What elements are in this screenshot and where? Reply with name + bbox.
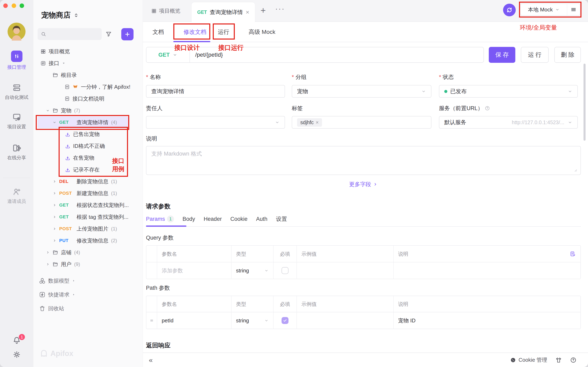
help-icon[interactable] (570, 357, 577, 363)
save-button[interactable]: 保 存 (489, 47, 515, 63)
col-required: 必填 (274, 246, 297, 262)
chevron-right-icon[interactable] (52, 239, 57, 243)
more-fields-link[interactable]: 更多字段 (143, 181, 584, 188)
type-select[interactable]: string (236, 317, 269, 324)
environment-dropdown[interactable]: 本地 Mock (521, 4, 567, 15)
add-param-input[interactable] (162, 267, 227, 274)
tab-get-pet-detail[interactable]: GET 查询宠物详情 × (191, 2, 255, 22)
status-select[interactable]: 已发布 (439, 85, 578, 98)
rail-item-api-management[interactable]: 接口管理 (0, 50, 33, 70)
rail-item-invite-members[interactable]: 邀请成员 (0, 187, 33, 205)
folder-icon (52, 108, 58, 113)
run-button[interactable]: 运 行 (521, 47, 549, 63)
remove-tag-icon[interactable]: × (316, 119, 319, 125)
scrollbar[interactable] (584, 64, 586, 141)
window-close-button[interactable] (3, 3, 8, 8)
invite-members-icon (12, 187, 21, 196)
sidebar-doc-notes[interactable]: 接口文档说明 (33, 93, 143, 105)
status-label: 状态 (439, 73, 454, 81)
close-icon[interactable]: × (246, 9, 249, 15)
rail-item-online-share[interactable]: 在线分享 (0, 143, 33, 161)
tags-field[interactable]: sdjhfc × (292, 116, 432, 129)
rail-item-project-settings[interactable]: 项目设置 (0, 113, 33, 130)
sidebar-item-quick-request[interactable]: 快捷请求 (33, 288, 143, 301)
rail-divider (3, 178, 30, 178)
help-icon[interactable] (485, 106, 490, 111)
project-switcher[interactable]: 宠物商店 (41, 10, 79, 20)
sidebar-item-trash[interactable]: 回收站 (33, 301, 143, 315)
sidebar-api-upload-image[interactable]: POST 上传宠物图片 (1) (33, 223, 143, 235)
chevron-right-icon[interactable] (46, 250, 50, 254)
name-field[interactable]: 查询宠物详情 (146, 85, 285, 98)
rail-item-automated-testing[interactable]: 自动化测试 (0, 83, 33, 100)
cookie-manager-button[interactable]: Cookie 管理 (510, 356, 547, 364)
tab-params[interactable]: Params 1 (146, 216, 174, 222)
required-checkbox[interactable] (282, 267, 288, 274)
filter-icon[interactable] (105, 31, 112, 38)
delete-button[interactable]: 删 除 (554, 47, 581, 63)
bulk-edit-icon[interactable] (570, 251, 576, 257)
chevron-right-icon[interactable] (46, 262, 50, 266)
rail-item-label: 邀请成员 (7, 198, 26, 205)
param-name[interactable]: petId (157, 312, 232, 329)
tab-project-overview[interactable]: 项目概览 (149, 0, 182, 22)
environment-menu-icon[interactable] (567, 4, 580, 15)
search-box[interactable] (38, 28, 102, 40)
service-select[interactable]: 默认服务 http://127.0.0.1:4523/... (439, 116, 578, 129)
tab-settings[interactable]: 设置 (276, 215, 287, 223)
settings-gear-icon[interactable] (12, 350, 21, 359)
sidebar-folder-store[interactable]: 店铺 (4) (33, 247, 143, 258)
sidebar-folder-users[interactable]: 用户 (9) (33, 258, 143, 270)
trash-icon (39, 305, 45, 312)
method-badge: POST (59, 191, 74, 196)
tab-auth[interactable]: Auth (256, 216, 268, 222)
tree-label: 快捷请求 (48, 291, 69, 298)
tab-header[interactable]: Header (204, 216, 222, 222)
chevron-right-icon[interactable] (52, 179, 57, 184)
sidebar-api-get-by-tag[interactable]: GET 根据 tag 查找宠物列... (33, 211, 143, 223)
window-minimize-button[interactable] (12, 3, 16, 8)
sidebar-item-project-overview[interactable]: 项目概览 (33, 45, 143, 57)
sidebar-api-get-by-status[interactable]: GET 根据状态查找宠物列... (33, 199, 143, 211)
group-select[interactable]: 宠物 (292, 85, 432, 98)
notification-badge: 1 (19, 334, 25, 340)
online-share-icon (12, 143, 21, 152)
sidebar-api-del-pet[interactable]: DEL 删除宠物信息 (1) (33, 175, 143, 187)
chevron-right-icon[interactable] (52, 203, 57, 207)
type-select[interactable]: string (236, 267, 269, 274)
avatar[interactable] (8, 23, 26, 41)
sync-button[interactable] (503, 4, 516, 16)
tree-label: 上传宠物图片 (77, 225, 108, 233)
param-desc[interactable]: 宠物 ID (394, 312, 580, 329)
sidebar-folder-pets[interactable]: 宠物 (7) (33, 105, 143, 117)
owner-select[interactable] (146, 116, 285, 129)
rail-item-label: 自动化测试 (5, 94, 28, 100)
chevron-right-icon[interactable] (52, 215, 57, 219)
chevron-down-icon[interactable] (46, 108, 50, 113)
sidebar-api-put-pet[interactable]: PUT 修改宠物信息 (2) (33, 235, 143, 247)
sidebar-api-post-pet[interactable]: POST 新建宠物信息 (1) (33, 187, 143, 199)
sidebar-doc-intro[interactable]: 一分钟，了解 Apifox! (33, 81, 143, 93)
drag-handle-icon[interactable] (149, 318, 154, 323)
collapse-sidebar-icon[interactable]: « (149, 356, 153, 364)
sidebar-folder-root[interactable]: 根目录 (33, 69, 143, 81)
search-input[interactable] (48, 31, 99, 37)
tab-cookie[interactable]: Cookie (230, 216, 247, 222)
sidebar-item-apis[interactable]: 接口 (33, 57, 143, 69)
sidebar-item-data-models[interactable]: 数据模型 (33, 274, 143, 288)
description-textarea[interactable] (146, 146, 581, 175)
tab-advanced-mock[interactable]: 高级 Mock (249, 22, 276, 42)
new-tab-button[interactable]: + (260, 5, 266, 16)
window-zoom-button[interactable] (20, 3, 24, 8)
tab-body[interactable]: Body (182, 216, 195, 222)
resize-grip-icon[interactable] (573, 168, 577, 172)
chevron-right-icon[interactable] (52, 227, 57, 231)
tab-more-icon[interactable]: ··· (275, 4, 285, 13)
chevron-right-icon[interactable] (52, 191, 57, 195)
tab-doc[interactable]: 文档 (153, 22, 164, 42)
required-checkbox[interactable] (282, 317, 288, 324)
annotation-box-edit-doc (173, 24, 210, 40)
grid-icon (40, 49, 46, 54)
add-button[interactable] (121, 28, 134, 40)
tshirt-icon[interactable] (555, 357, 562, 363)
